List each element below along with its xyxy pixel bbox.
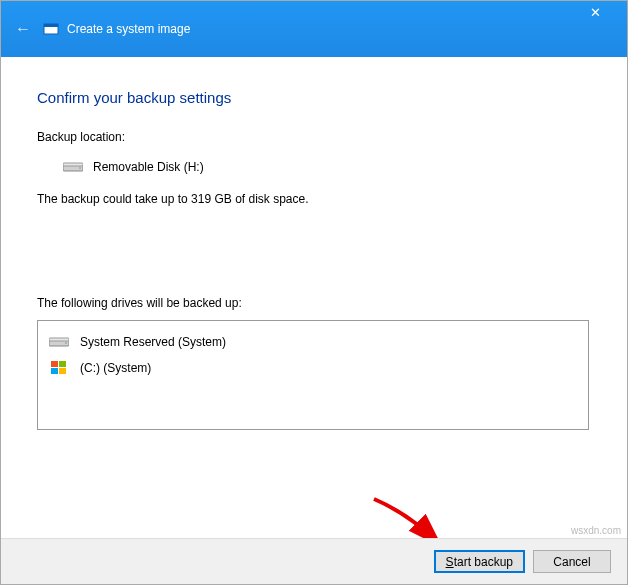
- backup-location-row: Removable Disk (H:): [63, 160, 591, 174]
- back-arrow-icon[interactable]: ←: [15, 20, 31, 38]
- svg-point-7: [65, 342, 67, 344]
- drives-list-label: The following drives will be backed up:: [37, 296, 591, 310]
- watermark-text: wsxdn.com: [571, 525, 621, 536]
- content-area: Confirm your backup settings Backup loca…: [1, 57, 627, 430]
- backup-location-label: Backup location:: [37, 130, 591, 144]
- drive-label: System Reserved (System): [80, 335, 226, 349]
- page-heading: Confirm your backup settings: [37, 89, 591, 106]
- svg-rect-3: [63, 163, 83, 166]
- list-item: (C:) (System): [48, 355, 578, 381]
- close-button[interactable]: ✕: [575, 5, 615, 20]
- titlebar: ✕ ← Create a system image: [1, 1, 627, 57]
- hard-disk-icon: [48, 334, 70, 350]
- windows-disk-icon: [48, 360, 70, 376]
- svg-rect-11: [59, 368, 66, 374]
- svg-rect-6: [49, 338, 69, 341]
- svg-rect-10: [51, 368, 58, 374]
- svg-rect-1: [44, 24, 58, 27]
- backup-size-text: The backup could take up to 319 GB of di…: [37, 192, 591, 206]
- removable-disk-icon: [63, 160, 83, 174]
- drives-list: System Reserved (System) (C:) (System): [37, 320, 589, 430]
- svg-point-4: [79, 167, 81, 169]
- cancel-button[interactable]: Cancel: [533, 550, 611, 573]
- window-title: Create a system image: [67, 22, 190, 36]
- drive-label: (C:) (System): [80, 361, 151, 375]
- system-image-icon: [43, 21, 59, 37]
- svg-rect-8: [51, 361, 58, 367]
- footer-bar: Start backup Cancel: [1, 538, 627, 584]
- list-item: System Reserved (System): [48, 329, 578, 355]
- svg-rect-9: [59, 361, 66, 367]
- start-backup-label-rest: tart backup: [454, 555, 513, 569]
- backup-location-value: Removable Disk (H:): [93, 160, 204, 174]
- start-backup-button[interactable]: Start backup: [434, 550, 525, 573]
